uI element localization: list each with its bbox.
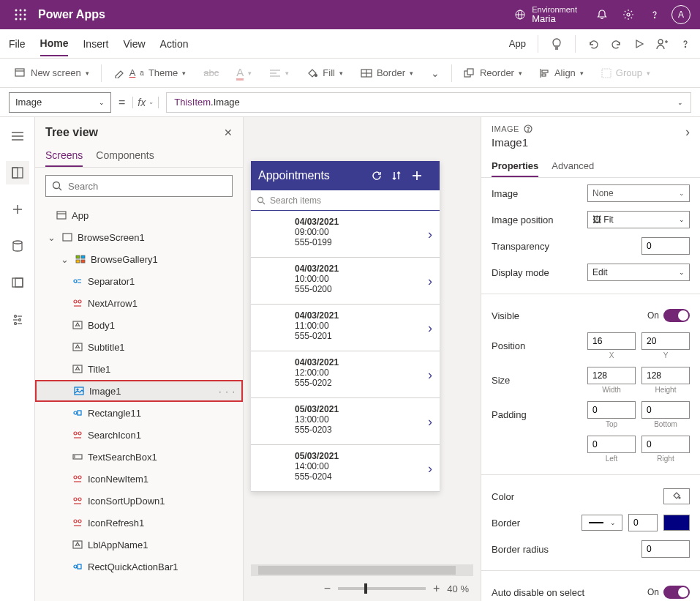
border-radius-input[interactable] [641, 540, 690, 558]
reorder-button[interactable]: Reorder▾ [458, 64, 528, 81]
tree-node-body1[interactable]: Body1 [35, 314, 243, 336]
border-button[interactable]: Border▾ [355, 64, 419, 81]
app-button[interactable]: App [509, 38, 526, 49]
tree-node-searchicon1[interactable]: SearchIcon1 [35, 424, 243, 446]
tree-node-separator1[interactable]: Separator1 [35, 270, 243, 292]
new-screen-button[interactable]: New screen▾ [9, 64, 95, 81]
waffle-icon[interactable] [6, 9, 35, 20]
tools-icon[interactable] [6, 307, 29, 331]
tree-node-iconnewitem1[interactable]: IconNewItem1 [35, 468, 243, 490]
menu-home[interactable]: Home [40, 31, 69, 56]
tree-node-iconrefresh1[interactable]: IconRefresh1 [35, 512, 243, 534]
chevron-right-icon[interactable]: › [428, 460, 432, 476]
padding-bottom-input[interactable] [641, 401, 690, 419]
tree-search[interactable] [45, 175, 233, 197]
fill-button[interactable]: Fill▾ [301, 64, 349, 81]
list-item[interactable]: 04/03/202112:00:00555-0202› [251, 351, 440, 398]
chevron-right-icon[interactable]: › [428, 226, 432, 242]
environment-picker[interactable]: Environment Maria [503, 5, 589, 24]
tab-properties[interactable]: Properties [492, 157, 538, 177]
menu-action[interactable]: Action [160, 32, 189, 56]
settings-icon[interactable] [615, 0, 641, 29]
zoom-out-button[interactable]: − [324, 582, 331, 595]
align-button[interactable]: Align▾ [534, 64, 590, 81]
tree-node-rectangle11[interactable]: Rectangle11 [35, 402, 243, 424]
avatar[interactable]: A [668, 0, 694, 29]
share-icon[interactable] [656, 38, 668, 50]
play-icon[interactable] [634, 39, 644, 49]
menu-file[interactable]: File [9, 32, 26, 56]
padding-right-input[interactable] [641, 436, 690, 453]
position-x-input[interactable] [587, 332, 636, 350]
height-input[interactable] [641, 367, 690, 384]
more-icon[interactable]: · · · [219, 386, 236, 397]
horizontal-scrollbar[interactable] [251, 564, 473, 576]
formula-input[interactable]: ThisItem.Image ⌄ [166, 92, 691, 113]
theme-button[interactable]: Aa Theme▾ [108, 64, 192, 81]
hamburger-icon[interactable] [6, 124, 29, 148]
expand-toolbar-icon[interactable]: ⌄ [425, 64, 445, 82]
chevron-right-icon[interactable]: › [428, 367, 432, 382]
tree-node-rectquickactionbar1[interactable]: RectQuickActionBar1 [35, 556, 243, 578]
chevron-down-icon[interactable]: ⌄ [45, 231, 57, 243]
tree-node-lblappname1[interactable]: LblAppName1 [35, 534, 243, 556]
border-style-select[interactable]: ⌄ [582, 515, 622, 531]
tree-view-icon[interactable] [6, 161, 29, 184]
refresh-icon[interactable] [371, 170, 391, 182]
tree-node-image1[interactable]: Image1· · · [35, 380, 243, 402]
border-color-swatch[interactable] [663, 515, 690, 531]
border-width-input[interactable] [628, 514, 658, 531]
list-item[interactable]: 04/03/202111:00:00555-0201› [251, 305, 440, 351]
add-icon[interactable] [412, 171, 432, 181]
zoom-slider[interactable] [338, 587, 426, 590]
padding-top-input[interactable] [587, 401, 636, 419]
chevron-right-icon[interactable]: › [428, 414, 432, 429]
insert-icon[interactable] [6, 198, 29, 221]
transparency-input[interactable] [641, 237, 690, 255]
display-mode-select[interactable]: Edit⌄ [587, 264, 690, 281]
tree-node-browsescreen1[interactable]: ⌄BrowseScreen1 [35, 226, 243, 248]
tab-components[interactable]: Components [96, 145, 154, 167]
visible-toggle[interactable] [663, 309, 690, 322]
list-item[interactable]: 05/03/202113:00:00555-0203› [251, 398, 440, 445]
chevron-right-icon[interactable]: › [428, 273, 432, 288]
fx-icon[interactable]: fx⌄ [132, 97, 159, 108]
tree-node-app[interactable]: App [35, 204, 243, 226]
checker-icon[interactable] [550, 37, 563, 51]
image-position-select[interactable]: 🖼 Fit⌄ [587, 211, 690, 228]
undo-icon[interactable] [587, 38, 599, 50]
color-picker[interactable] [663, 488, 690, 504]
position-y-input[interactable] [641, 332, 690, 350]
chevron-right-icon[interactable]: › [428, 320, 432, 335]
redo-icon[interactable] [611, 38, 622, 50]
tree-node-subtitle1[interactable]: Subtitle1 [35, 336, 243, 358]
notifications-icon[interactable] [589, 0, 615, 29]
list-item[interactable]: 04/03/202109:00:00555-0199› [251, 211, 440, 258]
menu-view[interactable]: View [123, 32, 145, 56]
tree-node-nextarrow1[interactable]: NextArrow1 [35, 292, 243, 314]
property-selector[interactable]: Image⌄ [9, 92, 111, 113]
app-preview[interactable]: Appointments Search items 04/03/202109:0… [251, 161, 440, 492]
image-select[interactable]: None⌄ [587, 184, 690, 202]
tree-node-iconsortupdown1[interactable]: IconSortUpDown1 [35, 490, 243, 512]
data-icon[interactable] [6, 234, 29, 258]
search-items-input[interactable]: Search items [251, 190, 440, 211]
width-input[interactable] [587, 367, 636, 384]
tree-node-title1[interactable]: Title1 [35, 358, 243, 380]
autodisable-toggle[interactable] [663, 586, 690, 599]
search-input[interactable] [68, 181, 226, 192]
chevron-down-icon[interactable]: ⌄ [59, 253, 70, 265]
help-icon[interactable] [641, 0, 668, 29]
close-icon[interactable]: ✕ [224, 127, 233, 138]
chevron-right-icon[interactable]: › [685, 124, 690, 140]
list-item[interactable]: 04/03/202110:00:00555-0200› [251, 258, 440, 305]
padding-left-input[interactable] [587, 436, 636, 453]
tab-advanced[interactable]: Advanced [552, 157, 594, 177]
tab-screens[interactable]: Screens [45, 145, 83, 167]
zoom-in-button[interactable]: + [433, 582, 440, 595]
tree-node-browsegallery1[interactable]: ⌄BrowseGallery1 [35, 248, 243, 270]
menu-insert[interactable]: Insert [83, 32, 108, 56]
media-icon[interactable] [6, 271, 29, 294]
menu-help-icon[interactable] [680, 38, 691, 50]
tree-node-textsearchbox1[interactable]: TextSearchBox1 [35, 446, 243, 468]
